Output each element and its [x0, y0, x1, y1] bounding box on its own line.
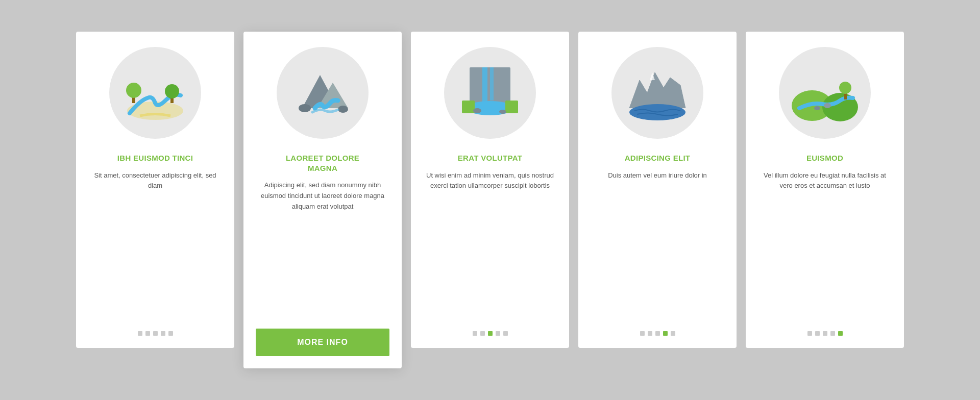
card-2-icon-circle [277, 47, 369, 139]
dot-3-1 [473, 331, 477, 336]
dot-1-4 [161, 331, 165, 336]
dot-1-1 [138, 331, 142, 336]
card-3-desc: Ut wisi enim ad minim veniam, quis nostr… [423, 170, 557, 319]
svg-point-15 [473, 108, 481, 113]
svg-point-16 [499, 110, 506, 114]
svg-point-7 [299, 104, 311, 112]
card-4: ADIPISCING ELIT Duis autem vel eum iriur… [578, 32, 737, 348]
waterfall-icon [454, 57, 526, 129]
card-1-footer [138, 331, 173, 336]
dot-4-1 [640, 331, 645, 336]
svg-rect-13 [462, 101, 475, 113]
card-2: LAOREET DOLORE MAGNA Adipiscing elit, se… [243, 32, 402, 368]
svg-point-4 [165, 84, 179, 98]
dot-5-2 [815, 331, 820, 336]
svg-point-22 [814, 106, 820, 110]
card-5-footer [807, 331, 843, 336]
dot-5-5 [838, 331, 843, 336]
card-1-icon-circle [109, 47, 201, 139]
more-info-button[interactable]: MORE INFO [256, 329, 389, 356]
card-3-title: ERAT VOLUTPAT [458, 153, 522, 163]
dot-5-1 [807, 331, 812, 336]
card-3-footer [473, 331, 508, 336]
river-trees-icon [119, 57, 191, 129]
dot-3-4 [496, 331, 500, 336]
dot-4-4 [663, 331, 668, 336]
card-3-icon-circle [444, 47, 536, 139]
card-4-footer [640, 331, 675, 336]
card-4-icon-circle [611, 47, 703, 139]
dot-5-4 [830, 331, 835, 336]
dot-1-2 [145, 331, 150, 336]
svg-point-24 [839, 82, 851, 94]
card-4-desc: Duis autem vel eum iriure dolor in [608, 170, 707, 319]
svg-point-21 [824, 103, 831, 108]
dot-1-3 [153, 331, 158, 336]
card-2-desc: Adipiscing elit, sed diam nonummy nibh e… [256, 180, 389, 316]
card-1-desc: Sit amet, consectetuer adipiscing elit, … [88, 170, 222, 319]
card-4-title: ADIPISCING ELIT [625, 153, 691, 163]
card-2-title: LAOREET DOLORE MAGNA [286, 153, 359, 173]
card-5-icon-circle [779, 47, 871, 139]
card-1: IBH EUISMOD TINCI Sit amet, consectetuer… [76, 32, 234, 348]
card-5-title: EUISMOD [806, 153, 843, 163]
dot-3-2 [480, 331, 485, 336]
svg-point-2 [126, 83, 141, 98]
card-5-desc: Vel illum dolore eu feugiat nulla facili… [758, 170, 892, 319]
cards-container: IBH EUISMOD TINCI Sit amet, consectetuer… [45, 11, 935, 389]
dot-4-5 [671, 331, 675, 336]
svg-rect-11 [490, 67, 494, 101]
dot-4-3 [655, 331, 660, 336]
card-3: ERAT VOLUTPAT Ut wisi enim ad minim veni… [411, 32, 569, 348]
card-1-title: IBH EUISMOD TINCI [117, 153, 193, 163]
card-5: EUISMOD Vel illum dolore eu feugiat null… [746, 32, 904, 348]
mountain-river-icon [287, 57, 358, 129]
valley-stream-icon [789, 57, 861, 129]
svg-rect-10 [482, 67, 487, 103]
dot-5-3 [823, 331, 827, 336]
dot-3-5 [503, 331, 508, 336]
dot-3-3 [488, 331, 493, 336]
dot-4-2 [648, 331, 652, 336]
svg-point-8 [338, 106, 348, 113]
dot-1-5 [168, 331, 173, 336]
mountain-lake-icon [622, 57, 693, 129]
svg-rect-14 [505, 101, 518, 113]
